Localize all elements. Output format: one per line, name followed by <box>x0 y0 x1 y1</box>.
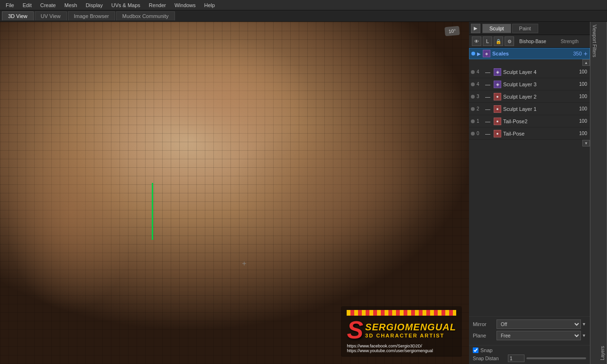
layer-vis-dot <box>471 107 475 111</box>
layer-name: Tail-Pose2 <box>503 118 570 124</box>
layer-name: Sculpt Layer 3 <box>503 82 570 87</box>
layer-value: 100 <box>570 118 587 124</box>
layers-list: ▲ 4 — ◈ Sculpt Layer 4 100 4 — ◈ Sculpt … <box>469 59 590 316</box>
tab-sculpt[interactable]: Sculpt <box>482 24 511 33</box>
layer-value: 100 <box>570 69 587 74</box>
layer-row-sculpt3[interactable]: 4 — ◈ Sculpt Layer 3 100 <box>469 78 590 91</box>
angle-badge: 10° <box>444 26 460 36</box>
active-layer-value: 350 <box>573 51 581 56</box>
active-layer-row[interactable]: ▶ ◈ Scales 350 + <box>469 48 590 59</box>
logo-s-letter: S <box>347 318 363 342</box>
layer-value: 100 <box>570 106 587 111</box>
menu-display[interactable]: Display <box>82 1 107 9</box>
layer-lock-space: — <box>485 69 494 75</box>
plane-label: Plane <box>473 333 497 338</box>
layer-type-icon: ● <box>494 130 501 137</box>
layer-name: Sculpt Layer 4 <box>503 69 570 75</box>
active-layer-expand[interactable]: ▶ <box>477 51 481 56</box>
layers-toolbar: 👁 L 🔒 ⚙ Bishop-Base Strength <box>469 35 590 48</box>
layer-row-tailpose2[interactable]: 1 — ● Tail-Pose2 100 <box>469 115 590 127</box>
logo-url1: https://www.facebook.com/Sergio3D2D/ <box>347 344 456 348</box>
layer-lock-space: — <box>485 131 494 136</box>
layers-scroll-up[interactable]: ▲ <box>582 59 590 66</box>
mirror-plane-controls: Mirror Off X Y Z ▼ Plane Free X Y <box>469 316 590 345</box>
layer-row-tailpose[interactable]: 0 — ● Tail-Pose 100 <box>469 127 590 140</box>
layer-lock-space: — <box>485 118 494 124</box>
layer-lock-space: — <box>485 94 494 100</box>
layer-row-sculpt1[interactable]: 2 — ● Sculpt Layer 1 100 <box>469 103 590 115</box>
right-side: ▶ Sculpt Paint 👁 L 🔒 ⚙ Bishop-Base Stren… <box>469 22 607 364</box>
viewport[interactable]: 10° S SERGIOMENGUAL 3D CHARACTER ARTIST … <box>0 22 469 364</box>
logo-name: SERGIOMENGUAL <box>365 322 456 333</box>
layer-row-sculpt2[interactable]: 3 — ● Sculpt Layer 2 100 <box>469 91 590 103</box>
menu-uvs-maps[interactable]: UVs & Maps <box>108 1 144 9</box>
layers-scroll-down[interactable]: ▼ <box>582 140 590 146</box>
selection-line <box>152 183 153 240</box>
layer-name: Sculpt Layer 1 <box>503 106 570 112</box>
layer-visibility-btn[interactable]: 👁 <box>472 36 481 46</box>
layer-vis-dot <box>471 95 475 99</box>
layer-type-icon: ◈ <box>494 68 501 76</box>
layer-vis-dot <box>471 132 475 136</box>
menu-mesh[interactable]: Mesh <box>61 1 81 9</box>
layer-level: 1 <box>477 118 485 124</box>
menu-help[interactable]: Help <box>201 1 219 9</box>
mirror-dropdown-arrow: ▼ <box>582 322 586 327</box>
panel-toggle-arrow[interactable]: ▶ <box>471 24 480 33</box>
tabs-bar: 3D View UV View Image Browser Mudbox Com… <box>0 10 607 22</box>
layer-col-base-name: Bishop-Base <box>515 39 559 44</box>
logo-stripe <box>347 310 456 316</box>
layer-level: 2 <box>477 106 485 111</box>
tab-paint[interactable]: Paint <box>512 24 538 33</box>
snap-dist-label: Snap Distan <box>473 356 506 361</box>
menu-windows[interactable]: Windows <box>171 1 200 9</box>
layer-level: 4 <box>477 82 485 87</box>
menu-render[interactable]: Render <box>145 1 170 9</box>
layer-lock-btn[interactable]: 🔒 <box>494 36 503 46</box>
menu-file[interactable]: File <box>2 1 18 9</box>
layer-value: 100 <box>570 82 587 87</box>
menu-create[interactable]: Create <box>37 1 60 9</box>
layer-settings-btn[interactable]: ⚙ <box>505 36 514 46</box>
cursor-crosshair <box>242 262 246 265</box>
layer-value: 100 <box>570 94 587 99</box>
active-layer-name: Scales <box>492 51 573 56</box>
layer-type-icon: ● <box>494 93 501 100</box>
logo-subtitle: 3D CHARACTER ARTIST <box>365 333 456 338</box>
snap-dist-input[interactable] <box>508 355 524 362</box>
menu-edit[interactable]: Edit <box>19 1 36 9</box>
panel-header: ▶ Sculpt Paint <box>469 22 590 35</box>
layers-side-label[interactable]: Layers <box>598 22 607 364</box>
layer-type-icon: ● <box>494 118 501 125</box>
snap-slider[interactable] <box>526 357 586 359</box>
layer-vis-dot <box>471 82 475 86</box>
layer-list-btn[interactable]: L <box>483 36 492 46</box>
layer-level: 3 <box>477 94 485 99</box>
snap-controls: Snap Snap Distan <box>469 345 590 364</box>
layer-vis-dot <box>471 70 475 74</box>
plane-dropdown-arrow: ▼ <box>582 333 586 338</box>
mirror-select[interactable]: Off X Y Z <box>497 319 581 329</box>
logo-overlay: S SERGIOMENGUAL 3D CHARACTER ARTIST http… <box>341 306 462 357</box>
snap-label: Snap <box>480 347 493 353</box>
logo-url2: https://www.youtube.com/user/sergiomengu… <box>347 348 456 353</box>
active-layer-plus-btn[interactable]: + <box>584 50 588 57</box>
tab-mudbox-community[interactable]: Mudbox Community <box>116 11 175 20</box>
layer-value: 100 <box>570 131 587 136</box>
layer-row-sculpt4[interactable]: 4 — ◈ Sculpt Layer 4 100 <box>469 66 590 78</box>
tab-image-browser[interactable]: Image Browser <box>68 11 115 20</box>
viewport-filters-tab[interactable]: Viewport Filters <box>590 22 598 364</box>
layer-name: Sculpt Layer 2 <box>503 94 570 100</box>
layer-level: 0 <box>477 131 485 136</box>
layer-lock-space: — <box>485 82 494 87</box>
layer-name: Tail-Pose <box>503 131 570 136</box>
snap-checkbox[interactable] <box>473 347 478 353</box>
tab-3d-view[interactable]: 3D View <box>2 11 34 20</box>
layer-lock-space: — <box>485 106 494 112</box>
layer-vis-dot <box>471 119 475 123</box>
plane-select[interactable]: Free X Y Z <box>497 331 581 340</box>
menu-bar: File Edit Create Mesh Display UVs & Maps… <box>0 0 607 10</box>
mirror-label: Mirror <box>473 321 497 327</box>
tab-uv-view[interactable]: UV View <box>35 11 67 20</box>
right-panel: ▶ Sculpt Paint 👁 L 🔒 ⚙ Bishop-Base Stren… <box>469 22 590 364</box>
